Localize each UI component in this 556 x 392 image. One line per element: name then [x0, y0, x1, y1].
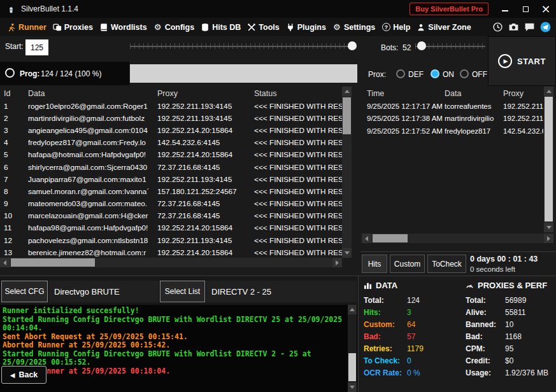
column-header-proxy[interactable]: Proxy	[157, 89, 254, 98]
scroll-up-arrow[interactable]	[348, 305, 357, 314]
table-row[interactable]: 5 hafapa@hotmail.com:Hafpdvgafp0! 192.25…	[0, 149, 342, 161]
menu-item-plugins[interactable]: Plugins	[283, 18, 329, 36]
log-line: Started Running Config Directvgo BRUTE w…	[3, 350, 345, 367]
proxies-stats-header: PROXIES & PERF	[466, 279, 555, 291]
scroll-down-arrow[interactable]	[342, 248, 352, 258]
column-header-data[interactable]: Data	[28, 89, 157, 98]
table-row[interactable]: 4 fredylopez817@gmail.com:Fredy.lo 142.5…	[0, 137, 342, 149]
hits-horizontal-scrollbar[interactable]	[362, 234, 553, 243]
scrollbar-thumb[interactable]	[11, 258, 95, 267]
tab-tocheck[interactable]: ToCheck	[427, 255, 466, 273]
start-button[interactable]: ▶ START	[488, 36, 556, 86]
results-vertical-scrollbar[interactable]	[342, 87, 352, 258]
scroll-right-arrow[interactable]	[332, 258, 342, 267]
scrollbar-thumb[interactable]	[373, 234, 408, 242]
column-header-id[interactable]: Id	[4, 89, 28, 98]
start-input[interactable]	[25, 39, 48, 55]
table-row[interactable]: 1 roger10elpro26@gmail.com:Roger1 192.25…	[0, 100, 342, 112]
prox-radio-on[interactable]	[431, 69, 439, 78]
cell-id: 11	[4, 223, 28, 232]
stat-label: Bad:	[466, 332, 505, 341]
table-row[interactable]: 10 marcelazouain@gmail.com:H@cker 72.37.…	[0, 210, 342, 222]
menu-item-wordlists[interactable]: Wordlists	[96, 18, 150, 36]
scroll-down-arrow[interactable]	[348, 382, 357, 392]
scroll-left-arrow[interactable]	[0, 258, 10, 267]
table-row[interactable]: 2 martinrdivirgilio@gmail.com:futbolz 19…	[0, 112, 342, 124]
start-slider-handle[interactable]	[348, 41, 357, 50]
column-header-status[interactable]: Status	[254, 89, 342, 98]
table-row[interactable]: 3 angieangelica495@gmail.com:0104 192.25…	[0, 124, 342, 136]
table-row[interactable]: 6 shirlycerra@gmail.com:Sjcerra0430 72.3…	[0, 161, 342, 173]
prox-radio-def[interactable]	[396, 69, 405, 78]
tab-hits[interactable]: Hits	[362, 255, 387, 273]
maximize-button[interactable]	[515, 0, 536, 18]
cell-status: <<< FINISHED WITH RES	[254, 248, 342, 257]
menu-item-silver-zone[interactable]: Silver Zone	[413, 18, 474, 36]
log-line: Sent Abort Request at 25/09/2025 00:15:4…	[3, 333, 345, 342]
scroll-up-arrow[interactable]	[342, 87, 352, 96]
chat-icon[interactable]	[524, 22, 535, 32]
scrollbar-thumb[interactable]	[545, 97, 553, 221]
wordlist-name-display: DIRECTV 2 - 25	[206, 281, 357, 302]
table-row[interactable]: 13 berenice.jimenez82@hotmail.com:r 192.…	[0, 246, 342, 258]
scroll-left-arrow[interactable]	[362, 234, 371, 243]
minimize-icon	[502, 10, 508, 11]
select-list-button[interactable]: Select List	[160, 281, 205, 302]
tab-custom[interactable]: Custom	[390, 255, 425, 273]
menu-item-tools[interactable]: Tools	[244, 18, 282, 36]
stat-row: CPM: 95	[466, 342, 555, 354]
menu-item-configs[interactable]: ⚙ Configs	[150, 18, 198, 36]
scroll-right-arrow[interactable]	[544, 234, 553, 243]
back-button[interactable]: ◀ Back	[1, 366, 46, 384]
progress-fill	[130, 64, 357, 83]
scroll-up-arrow[interactable]	[544, 87, 553, 96]
cell-status: <<< FINISHED WITH RES	[254, 187, 342, 196]
results-table-body: 1 roger10elpro26@gmail.com:Roger1 192.25…	[0, 100, 342, 258]
table-row[interactable]: 9/25/2025 12:17:52 AM fredylopez817 142.…	[362, 125, 543, 137]
cell-data: berenice.jimenez82@hotmail.com:r	[28, 248, 157, 257]
table-row[interactable]: 9 mateomendo03@gmail.com:mateo. 72.37.21…	[0, 198, 342, 210]
menu-item-settings[interactable]: ⚙ Settings	[329, 18, 378, 36]
hits-vertical-scrollbar[interactable]	[544, 87, 553, 232]
cell-status: <<< FINISHED WITH RES	[254, 236, 342, 245]
bots-slider[interactable]	[415, 41, 485, 51]
minimize-button[interactable]	[495, 0, 515, 18]
log-scrollbar[interactable]	[348, 305, 357, 392]
log-console[interactable]: Runner initialized succesfully! Started …	[0, 305, 357, 392]
menu-item-label: Wordlists	[111, 23, 147, 32]
progress-radio[interactable]	[5, 68, 15, 78]
table-row[interactable]: 9/25/2025 12:17:17 AM tcorreafuentes 192…	[362, 100, 543, 113]
cell-status: <<< FINISHED WITH RES	[254, 126, 342, 135]
stat-row: Banned: 10	[466, 318, 555, 330]
column-header-proxy[interactable]: Proxy	[503, 89, 543, 98]
stat-row: Hits: 3	[364, 306, 463, 318]
table-row[interactable]: 7 Juanpiparra67@gmail.com:maxito1 192.25…	[0, 173, 342, 185]
table-row[interactable]: 11 hafapa98@gmail.com:Hafpdvgafp0! 192.2…	[0, 222, 342, 234]
column-header-time[interactable]: Time	[367, 89, 445, 98]
camera-icon[interactable]	[508, 22, 519, 32]
close-button[interactable]: ×	[536, 0, 556, 18]
menu-item-label: Configs	[165, 23, 195, 32]
results-horizontal-scrollbar[interactable]	[0, 258, 342, 267]
bots-slider-handle[interactable]	[417, 41, 426, 50]
table-row[interactable]: 9/25/2025 12:17:38 AM martinrdivirgilio …	[362, 113, 543, 125]
scroll-down-arrow[interactable]	[544, 223, 553, 232]
menu-item-help[interactable]: ? Help	[378, 18, 413, 36]
results-table-header: Id Data Proxy Status	[0, 87, 342, 100]
scrollbar-thumb[interactable]	[348, 353, 356, 381]
cell-id: 13	[4, 248, 28, 257]
buy-pro-button[interactable]: Buy SilverBullet Pro	[410, 3, 488, 15]
column-header-data[interactable]: Data	[445, 89, 503, 98]
table-row[interactable]: 8 samuel.moran.r@gmail.com:Ivanna´ 157.1…	[0, 185, 342, 197]
start-slider[interactable]	[130, 41, 357, 51]
menu-item-hits-db[interactable]: Hits DB	[197, 18, 244, 36]
prox-radio-off[interactable]	[460, 69, 469, 78]
select-cfg-button[interactable]: Select CFG	[1, 281, 48, 302]
history-icon[interactable]	[492, 22, 503, 32]
telegram-icon[interactable]	[540, 22, 551, 32]
menu-item-proxies[interactable]: Proxies	[50, 18, 96, 36]
table-row[interactable]: 12 pachovelezs@gmail.com:ntlsbstn18 192.…	[0, 234, 342, 246]
bots-value: 52	[403, 43, 411, 52]
scrollbar-thumb[interactable]	[343, 97, 351, 134]
menu-item-runner[interactable]: Runner	[4, 18, 50, 36]
